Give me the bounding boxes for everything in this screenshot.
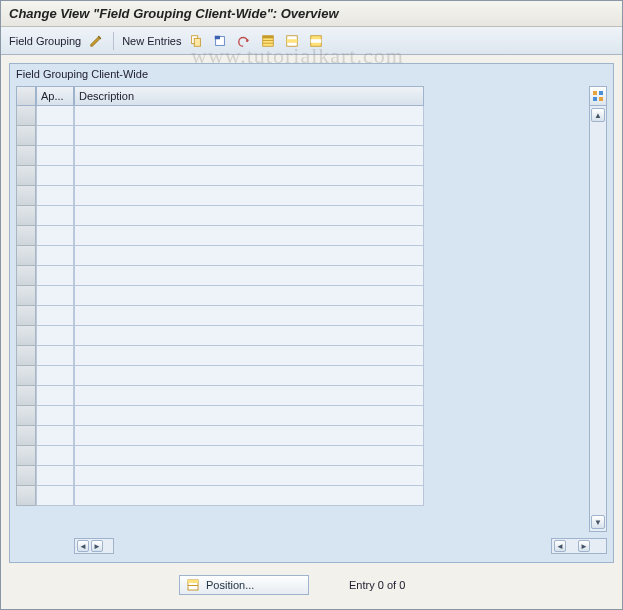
cell-ap[interactable] xyxy=(36,406,74,426)
cell-ap[interactable] xyxy=(36,486,74,506)
cell-description[interactable] xyxy=(74,186,424,206)
select-all-icon[interactable] xyxy=(259,32,277,50)
table-row xyxy=(16,286,424,306)
row-selector[interactable] xyxy=(16,286,36,306)
svg-rect-12 xyxy=(593,91,597,95)
cell-description[interactable] xyxy=(74,406,424,426)
row-selector[interactable] xyxy=(16,146,36,166)
row-selector[interactable] xyxy=(16,386,36,406)
cell-description[interactable] xyxy=(74,466,424,486)
cell-ap[interactable] xyxy=(36,146,74,166)
cell-description[interactable] xyxy=(74,346,424,366)
cell-description[interactable] xyxy=(74,166,424,186)
row-selector[interactable] xyxy=(16,446,36,466)
column-header-description[interactable]: Description xyxy=(74,86,424,106)
row-selector[interactable] xyxy=(16,466,36,486)
vertical-scrollbar[interactable]: ▲ ▼ xyxy=(589,106,607,532)
cell-ap[interactable] xyxy=(36,366,74,386)
row-selector[interactable] xyxy=(16,366,36,386)
cell-description[interactable] xyxy=(74,126,424,146)
scroll-up-icon[interactable]: ▲ xyxy=(591,108,605,122)
deselect-all-icon[interactable] xyxy=(307,32,325,50)
svg-rect-6 xyxy=(263,40,274,41)
cell-description[interactable] xyxy=(74,426,424,446)
table-settings-icon[interactable] xyxy=(589,86,607,106)
cell-ap[interactable] xyxy=(36,246,74,266)
horizontal-scrollbar-right[interactable]: ◄ ► xyxy=(551,538,607,554)
position-button-label: Position... xyxy=(206,579,254,591)
delete-icon[interactable] xyxy=(211,32,229,50)
row-selector[interactable] xyxy=(16,266,36,286)
cell-description[interactable] xyxy=(74,106,424,126)
table-row xyxy=(16,166,424,186)
table-row xyxy=(16,366,424,386)
cell-ap[interactable] xyxy=(36,386,74,406)
row-selector[interactable] xyxy=(16,486,36,506)
cell-ap[interactable] xyxy=(36,166,74,186)
cell-ap[interactable] xyxy=(36,346,74,366)
cell-ap[interactable] xyxy=(36,186,74,206)
cell-description[interactable] xyxy=(74,366,424,386)
row-selector[interactable] xyxy=(16,246,36,266)
toolbar-separator xyxy=(113,32,114,50)
row-selector[interactable] xyxy=(16,346,36,366)
cell-ap[interactable] xyxy=(36,206,74,226)
cell-description[interactable] xyxy=(74,446,424,466)
app-toolbar: Field Grouping New Entries xyxy=(1,27,622,55)
table-row xyxy=(16,406,424,426)
row-selector[interactable] xyxy=(16,166,36,186)
row-selector[interactable] xyxy=(16,226,36,246)
cell-description[interactable] xyxy=(74,146,424,166)
header-fill xyxy=(424,86,589,106)
cell-ap[interactable] xyxy=(36,326,74,346)
cell-description[interactable] xyxy=(74,226,424,246)
cell-ap[interactable] xyxy=(36,426,74,446)
cell-description[interactable] xyxy=(74,306,424,326)
row-selector[interactable] xyxy=(16,426,36,446)
copy-as-icon[interactable] xyxy=(187,32,205,50)
body-fill xyxy=(424,106,589,532)
cell-description[interactable] xyxy=(74,326,424,346)
row-selector[interactable] xyxy=(16,206,36,226)
svg-rect-14 xyxy=(593,97,597,101)
undo-icon[interactable] xyxy=(235,32,253,50)
svg-rect-17 xyxy=(188,580,198,583)
new-entries-button[interactable]: New Entries xyxy=(122,35,181,47)
cell-description[interactable] xyxy=(74,206,424,226)
cell-ap[interactable] xyxy=(36,286,74,306)
cell-description[interactable] xyxy=(74,266,424,286)
field-grouping-label[interactable]: Field Grouping xyxy=(9,35,81,47)
row-selector[interactable] xyxy=(16,306,36,326)
row-selector[interactable] xyxy=(16,406,36,426)
cell-description[interactable] xyxy=(74,386,424,406)
cell-ap[interactable] xyxy=(36,306,74,326)
cell-description[interactable] xyxy=(74,486,424,506)
select-block-icon[interactable] xyxy=(283,32,301,50)
cell-ap[interactable] xyxy=(36,106,74,126)
cell-description[interactable] xyxy=(74,246,424,266)
table-row xyxy=(16,106,424,126)
hscroll-right-icon-2[interactable]: ► xyxy=(578,540,590,552)
cell-ap[interactable] xyxy=(36,266,74,286)
row-selector[interactable] xyxy=(16,106,36,126)
cell-ap[interactable] xyxy=(36,126,74,146)
horizontal-scrollbar-left[interactable]: ◄ ► xyxy=(74,538,114,554)
toggle-display-change-icon[interactable] xyxy=(87,32,105,50)
svg-rect-7 xyxy=(263,42,274,43)
column-header-ap[interactable]: Ap... xyxy=(36,86,74,106)
row-selector[interactable] xyxy=(16,326,36,346)
cell-ap[interactable] xyxy=(36,446,74,466)
hscroll-left-icon[interactable]: ◄ xyxy=(77,540,89,552)
position-button[interactable]: Position... xyxy=(179,575,309,595)
cell-ap[interactable] xyxy=(36,226,74,246)
scroll-down-icon[interactable]: ▼ xyxy=(591,515,605,529)
svg-rect-11 xyxy=(311,39,322,43)
cell-ap[interactable] xyxy=(36,466,74,486)
table-row xyxy=(16,466,424,486)
cell-description[interactable] xyxy=(74,286,424,306)
horizontal-scrollbar-row: ◄ ► ◄ ► xyxy=(16,538,607,554)
hscroll-right-icon[interactable]: ► xyxy=(91,540,103,552)
row-selector[interactable] xyxy=(16,126,36,146)
hscroll-left-icon-2[interactable]: ◄ xyxy=(554,540,566,552)
row-selector[interactable] xyxy=(16,186,36,206)
